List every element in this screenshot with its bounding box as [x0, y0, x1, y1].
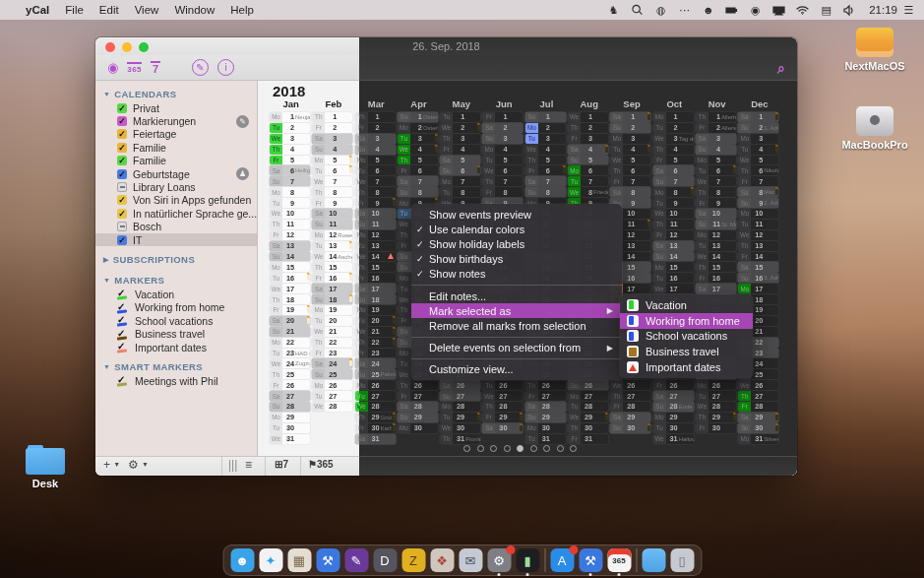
day-cell[interactable]: Sa3: [696, 134, 736, 144]
day-cell[interactable]: We14: [696, 252, 736, 262]
day-cell[interactable]: Mo10: [738, 209, 778, 219]
context-menu-item-show-events-preview[interactable]: Show events preview: [411, 207, 622, 222]
day-cell[interactable]: Sa26: [440, 380, 480, 390]
day-cell[interactable]: Sa6Heilige: [270, 165, 310, 175]
day-cell[interactable]: Su92. Adve: [738, 198, 778, 208]
sidebar-item-markierungen[interactable]: ✓Markierungen✎: [95, 114, 257, 127]
day-cell[interactable]: We6: [482, 165, 523, 175]
day-cell[interactable]: We12: [738, 230, 778, 240]
day-cell[interactable]: We3Tag der: [653, 134, 694, 144]
day-cell[interactable]: Tu30: [270, 423, 310, 433]
day-cell[interactable]: We14Ascher: [312, 252, 352, 262]
day-cell[interactable]: Fr28: [738, 402, 778, 412]
dock-app-finder[interactable]: ☻: [230, 548, 254, 572]
day-cell[interactable]: Fr30Karfrei: [355, 423, 396, 433]
day-cell[interactable]: Tu3: [525, 134, 566, 144]
day-cell[interactable]: Fr9: [696, 198, 736, 208]
day-cell[interactable]: Fr3: [568, 134, 608, 144]
day-cell[interactable]: Th8: [312, 187, 352, 197]
day-cell[interactable]: Sa10: [696, 209, 736, 219]
day-cell[interactable]: We26: [610, 380, 650, 390]
day-cell[interactable]: Fr2: [355, 123, 396, 133]
dock-app-image-viewer[interactable]: ▦: [287, 548, 311, 572]
keyboard-icon[interactable]: ▤: [819, 4, 833, 17]
calendar-checkbox[interactable]: ✓: [117, 169, 127, 179]
day-cell[interactable]: Th6Nikolau: [738, 165, 778, 175]
day-cell[interactable]: Sa28: [525, 402, 566, 412]
day-cell[interactable]: Mo27: [568, 391, 608, 401]
dock-app-build-tool[interactable]: Z: [401, 548, 425, 572]
day-cell[interactable]: Mo29: [270, 413, 310, 422]
chevron-down-icon[interactable]: ▼: [103, 363, 110, 370]
sidebar-item-working-from-home[interactable]: ✓Working from home: [95, 301, 257, 314]
day-cell[interactable]: We31Hallow: [653, 434, 694, 444]
day-cell[interactable]: Su3: [482, 134, 523, 144]
context-menu-item-delete-events-on-selection-from[interactable]: Delete events on selection from▶: [411, 341, 622, 355]
sidebar-item-geburtstage[interactable]: ✓Geburtstage♟: [95, 167, 257, 180]
context-menu-item-use-calendar-colors[interactable]: ✓Use calendar colors: [411, 222, 622, 236]
context-menu-item-customize-view-[interactable]: Customize view...: [411, 362, 622, 377]
day-cell[interactable]: Mo7: [440, 176, 480, 186]
day-cell[interactable]: Sa4: [568, 145, 608, 155]
sidebar-resize-handle[interactable]: |||: [228, 458, 237, 472]
day-cell[interactable]: Fr12: [653, 230, 694, 240]
marker-check-icon[interactable]: ✓: [117, 315, 129, 326]
day-cell[interactable]: Fr9: [355, 198, 396, 208]
day-cell[interactable]: We10: [270, 209, 310, 219]
day-cell[interactable]: Th29: [696, 413, 736, 422]
day-cell[interactable]: We27: [482, 391, 523, 401]
day-cell[interactable]: Tu16: [653, 273, 694, 283]
day-cell[interactable]: Mo2Osterm: [398, 123, 438, 133]
day-cell[interactable]: Fr6: [525, 165, 566, 175]
sidebar-item-library-loans[interactable]: Library Loans: [95, 180, 257, 193]
submenu-item-working-from-home[interactable]: Working from home: [620, 313, 753, 329]
day-cell[interactable]: Th15: [312, 262, 352, 272]
day-cell[interactable]: Th1Allerhe: [696, 112, 736, 122]
day-cell[interactable]: Th1: [312, 112, 352, 122]
day-cell[interactable]: Tu13: [696, 241, 736, 251]
dock-app-mail-search[interactable]: ✉: [459, 548, 482, 572]
year-view-button[interactable]: ⚑365: [308, 459, 334, 470]
day-cell[interactable]: Sa28: [398, 402, 438, 412]
search-icon[interactable]: ⌕: [777, 60, 785, 77]
day-cell[interactable]: We14: [355, 252, 396, 262]
day-cell[interactable]: Th11: [653, 220, 694, 229]
day-cell[interactable]: We21: [312, 327, 352, 337]
day-cell[interactable]: Sa2: [482, 123, 523, 133]
day-cell[interactable]: Fr29: [482, 413, 523, 422]
more-icon[interactable]: ⋯: [677, 4, 692, 17]
day-cell[interactable]: Su8: [398, 187, 438, 197]
day-cell[interactable]: Sa27: [270, 391, 310, 401]
day-cell[interactable]: Mo12: [696, 230, 736, 240]
day-cell[interactable]: Th4: [653, 145, 694, 155]
day-cell[interactable]: Mo5: [312, 156, 352, 165]
day-cell[interactable]: Sa27: [653, 391, 694, 401]
day-cell[interactable]: Su30: [610, 423, 650, 433]
day-cell[interactable]: Th30: [568, 423, 608, 433]
day-cell[interactable]: Mo17: [738, 284, 778, 293]
desktop-icon-desk[interactable]: Desk: [8, 445, 83, 489]
day-cell[interactable]: Tu2: [270, 123, 310, 133]
submenu-item-vacation[interactable]: Vacation: [620, 297, 753, 313]
wifi-icon[interactable]: [795, 4, 810, 17]
day-cell[interactable]: Sa8Mariä E: [738, 187, 778, 197]
day-cell[interactable]: Su29: [398, 413, 438, 422]
day-cell[interactable]: Mo4: [482, 145, 523, 155]
day-cell[interactable]: Tu7: [568, 176, 608, 186]
day-cell[interactable]: Mo30: [398, 423, 438, 433]
day-cell[interactable]: Tu23HAD M.: [270, 349, 310, 358]
day-cell[interactable]: Su7: [270, 176, 310, 186]
day-cell[interactable]: We7: [696, 176, 736, 186]
day-cell[interactable]: Su5: [568, 156, 608, 165]
page-dot[interactable]: [530, 445, 537, 452]
day-cell[interactable]: Sa10: [355, 209, 396, 219]
day-cell[interactable]: Tu30: [653, 423, 694, 433]
day-cell[interactable]: Su14: [270, 252, 310, 262]
calendar-checkbox[interactable]: ✓: [117, 235, 127, 245]
day-cell[interactable]: Sa20: [270, 316, 310, 326]
dock-app-devonthink[interactable]: D: [373, 548, 397, 572]
day-cell[interactable]: Mo26: [312, 380, 352, 390]
day-cell[interactable]: Tu27: [355, 391, 396, 401]
dock-app-console[interactable]: ▮: [516, 548, 539, 572]
dock-app-photo-editor[interactable]: ❖: [430, 548, 454, 572]
